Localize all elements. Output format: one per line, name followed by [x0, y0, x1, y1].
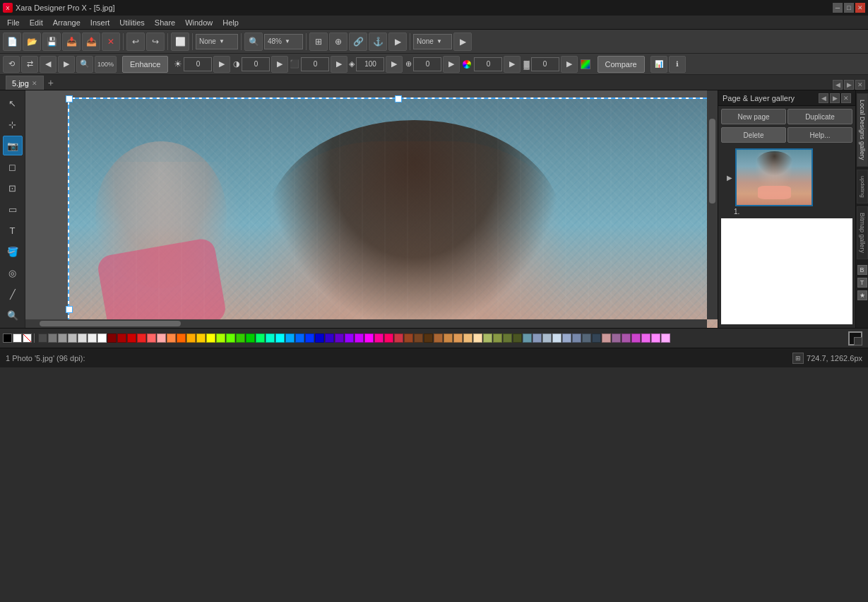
undo-btn[interactable]: ↩ [126, 33, 145, 51]
right-dropdown[interactable]: None ▼ [413, 34, 452, 49]
right-icon-star[interactable]: ★ [857, 290, 867, 300]
swatch-44[interactable] [473, 334, 482, 343]
swatch-45[interactable] [483, 334, 492, 343]
swatch-37[interactable] [404, 334, 413, 343]
blur-arrow[interactable]: ▶ [443, 56, 460, 73]
open-btn[interactable]: 📂 [23, 33, 41, 51]
swatch-60[interactable] [631, 334, 641, 343]
menu-insert[interactable]: Insert [86, 17, 114, 28]
panel-scroll-right[interactable]: ▶ [830, 93, 840, 103]
info-btn[interactable]: ℹ [669, 56, 686, 73]
current-color-indicator[interactable] [848, 331, 862, 346]
histogram-btn[interactable]: 📊 [650, 56, 667, 73]
hue-input[interactable] [474, 57, 502, 71]
swatch-50[interactable] [533, 334, 542, 343]
swatch-16[interactable] [196, 334, 206, 343]
swatch-49[interactable] [523, 334, 532, 343]
snap-btn[interactable]: ⊕ [329, 33, 347, 51]
panel-close-btn[interactable]: ✕ [855, 80, 865, 90]
contrast-arrow[interactable]: ▶ [271, 56, 288, 73]
redo-btn[interactable]: ↪ [146, 33, 165, 51]
swatch-transparent[interactable] [23, 334, 32, 343]
sharpness-input[interactable] [356, 57, 384, 71]
swatch-46[interactable] [493, 334, 502, 343]
swatch-43[interactable] [463, 334, 472, 343]
eraser-tool[interactable]: ◻ [3, 157, 23, 177]
brightness-arrow[interactable]: ▶ [213, 56, 230, 73]
swatch-18[interactable] [216, 334, 225, 343]
grid-btn[interactable]: ⊞ [309, 33, 328, 51]
swatch-47[interactable] [503, 334, 512, 343]
help-btn[interactable]: Help... [787, 127, 852, 143]
swatch-11[interactable] [147, 334, 156, 343]
zoom-dropdown[interactable]: 48% ▼ [264, 34, 303, 49]
link-btn[interactable]: 🔗 [349, 33, 367, 51]
handle-top-left[interactable] [66, 95, 73, 102]
rectangle-tool[interactable]: ▭ [3, 199, 23, 219]
bitmap-gallery-tab[interactable]: Bitmap gallery [857, 206, 868, 259]
swatch-56[interactable] [592, 334, 601, 343]
preview-btn[interactable]: ▶ [388, 33, 407, 51]
swatch-55[interactable] [582, 334, 591, 343]
contrast-input[interactable] [242, 57, 270, 71]
menu-window[interactable]: Window [181, 17, 217, 28]
delete-btn[interactable]: ✕ [102, 33, 120, 51]
swatch-26[interactable] [295, 334, 304, 343]
import-btn[interactable]: 📥 [62, 33, 81, 51]
swatch-2[interactable] [58, 334, 67, 343]
menu-edit[interactable]: Edit [25, 17, 47, 28]
panel-scroll-left[interactable]: ◀ [819, 93, 828, 103]
swatch-22[interactable] [256, 334, 265, 343]
transparency-tool[interactable]: ◎ [3, 263, 23, 283]
brightness-input[interactable] [184, 57, 212, 71]
swatch-36[interactable] [394, 334, 403, 343]
swatch-42[interactable] [453, 334, 463, 343]
swatch-39[interactable] [424, 334, 433, 343]
swatch-33[interactable] [364, 334, 374, 343]
swatch-63[interactable] [661, 334, 670, 343]
swatch-54[interactable] [572, 334, 581, 343]
swatch-4[interactable] [78, 334, 87, 343]
menu-file[interactable]: File [3, 17, 24, 28]
panel-close[interactable]: ✕ [841, 93, 851, 103]
anchor-btn[interactable]: ⚓ [369, 33, 387, 51]
handle-top-mid[interactable] [395, 95, 402, 102]
swatch-34[interactable] [374, 334, 384, 343]
swatch-59[interactable] [622, 334, 631, 343]
zoom-tool[interactable]: 🔍 [3, 305, 23, 325]
swatch-19[interactable] [226, 334, 235, 343]
swatch-41[interactable] [444, 334, 453, 343]
save-btn[interactable]: 💾 [42, 33, 61, 51]
vertical-scrollbar[interactable] [707, 90, 718, 319]
swatch-57[interactable] [602, 334, 611, 343]
new-page-btn[interactable]: New page [721, 109, 786, 124]
swatch-28[interactable] [315, 334, 324, 343]
crop-tool[interactable]: ⊡ [3, 178, 23, 198]
updating-tab[interactable]: updating [857, 170, 868, 204]
node-tool[interactable]: ⊹ [3, 114, 23, 134]
swatch-8[interactable] [117, 334, 126, 343]
swatch-10[interactable] [137, 334, 146, 343]
swatch-62[interactable] [651, 334, 660, 343]
duplicate-btn[interactable]: Duplicate [787, 109, 852, 124]
swatch-20[interactable] [236, 334, 245, 343]
swatch-48[interactable] [513, 334, 522, 343]
tab-add-btn[interactable]: + [44, 76, 58, 90]
style-dropdown[interactable]: None ▼ [196, 34, 238, 49]
zoom-fit-btn[interactable]: 🔍 [76, 56, 93, 73]
transform-btn[interactable]: ⬜ [171, 33, 189, 51]
opacity-input[interactable] [531, 57, 559, 71]
horizontal-scrollbar[interactable] [25, 319, 707, 328]
local-designs-tab[interactable]: Local Designs gallery [857, 93, 868, 167]
prev-btn[interactable]: ◀ [40, 56, 57, 73]
swatch-29[interactable] [325, 334, 334, 343]
menu-help[interactable]: Help [218, 17, 243, 28]
swatch-7[interactable] [107, 334, 117, 343]
swatch-17[interactable] [206, 334, 215, 343]
v-scroll-thumb[interactable] [709, 119, 715, 203]
panel-prev-btn[interactable]: ◀ [833, 80, 843, 90]
swatch-24[interactable] [275, 334, 285, 343]
swatch-40[interactable] [434, 334, 443, 343]
delete-page-btn[interactable]: Delete [721, 127, 786, 143]
right-icon-t[interactable]: T [857, 278, 867, 288]
